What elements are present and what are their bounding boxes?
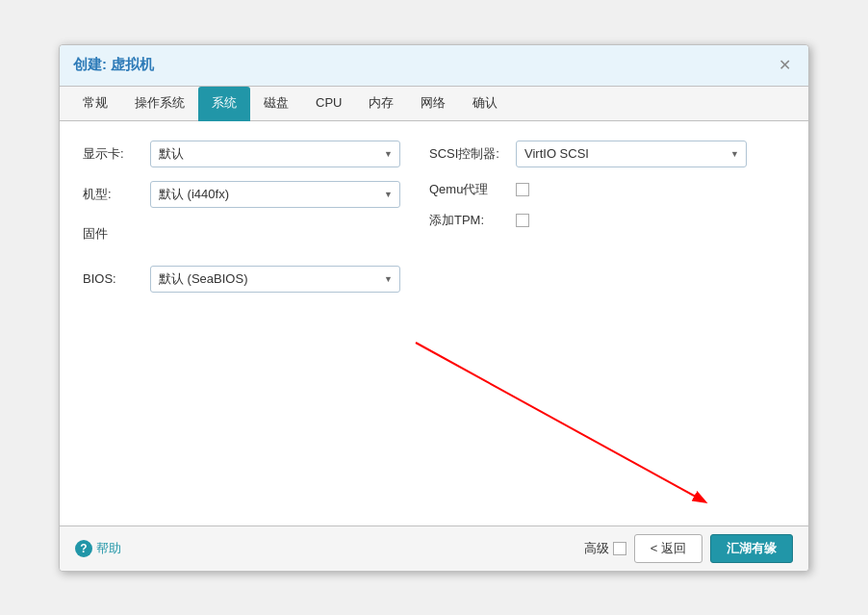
scsi-control: VirtIO SCSI bbox=[516, 141, 785, 167]
help-label: 帮助 bbox=[96, 540, 121, 557]
left-panel: 显示卡: 默认 机型: 默 bbox=[83, 141, 410, 306]
display-control: 默认 bbox=[150, 141, 400, 167]
scsi-row: SCSI控制器: VirtIO SCSI bbox=[429, 141, 785, 167]
back-button[interactable]: < 返回 bbox=[634, 534, 702, 563]
tab-disk[interactable]: 磁盘 bbox=[250, 87, 302, 121]
qemu-label: Qemu代理 bbox=[429, 181, 516, 198]
machine-select-wrapper: 默认 (i440fx) bbox=[150, 181, 400, 208]
tpm-row: 添加TPM: bbox=[429, 212, 785, 229]
tab-memory[interactable]: 内存 bbox=[355, 87, 407, 121]
tpm-label: 添加TPM: bbox=[429, 212, 516, 229]
display-label: 显示卡: bbox=[83, 145, 150, 163]
display-row: 显示卡: 默认 bbox=[83, 141, 410, 167]
tab-network[interactable]: 网络 bbox=[407, 87, 459, 121]
advanced-label: 高级 bbox=[584, 540, 609, 557]
dialog-body: 显示卡: 默认 机型: 默 bbox=[60, 121, 808, 525]
dialog-header: 创建: 虚拟机 ✕ bbox=[60, 45, 808, 87]
finish-label: 汇湖有缘 bbox=[727, 541, 777, 555]
svg-line-1 bbox=[416, 343, 704, 501]
back-label: < 返回 bbox=[651, 541, 686, 555]
help-button[interactable]: ? 帮助 bbox=[75, 540, 121, 557]
footer-right: 高级 < 返回 汇湖有缘 bbox=[584, 534, 793, 563]
close-button[interactable]: ✕ bbox=[774, 55, 795, 76]
tpm-control bbox=[516, 213, 785, 228]
display-select-wrapper: 默认 bbox=[150, 141, 400, 167]
dialog-footer: ? 帮助 高级 < 返回 汇湖有缘 bbox=[60, 525, 808, 571]
tab-cpu[interactable]: CPU bbox=[302, 87, 355, 121]
tpm-checkbox[interactable] bbox=[516, 214, 529, 227]
annotation-arrow bbox=[406, 314, 733, 525]
scsi-select-wrapper: VirtIO SCSI bbox=[516, 141, 747, 167]
machine-label: 机型: bbox=[83, 186, 150, 203]
footer-left: ? 帮助 bbox=[75, 540, 121, 557]
bios-select[interactable]: 默认 (SeaBIOS) bbox=[150, 266, 400, 293]
help-icon: ? bbox=[75, 540, 92, 557]
tab-bar: 常规 操作系统 系统 磁盘 CPU 内存 网络 确认 bbox=[60, 87, 808, 121]
tab-system[interactable]: 系统 bbox=[198, 87, 250, 121]
scsi-label: SCSI控制器: bbox=[429, 145, 516, 163]
dialog-title: 创建: 虚拟机 bbox=[73, 56, 154, 74]
right-panel: SCSI控制器: VirtIO SCSI Qemu代理 bbox=[429, 141, 785, 306]
tab-os[interactable]: 操作系统 bbox=[121, 87, 198, 121]
form-columns: 显示卡: 默认 机型: 默 bbox=[83, 141, 785, 306]
finish-button[interactable]: 汇湖有缘 bbox=[710, 534, 793, 563]
tab-confirm[interactable]: 确认 bbox=[459, 87, 511, 121]
bios-label: BIOS: bbox=[83, 271, 150, 286]
qemu-row: Qemu代理 bbox=[429, 181, 785, 198]
bios-control: 默认 (SeaBIOS) bbox=[150, 266, 400, 293]
firmware-section-label: 固件 bbox=[83, 225, 108, 243]
machine-control: 默认 (i440fx) bbox=[150, 181, 400, 208]
firmware-section-row: 固件 bbox=[83, 221, 410, 252]
qemu-checkbox[interactable] bbox=[516, 183, 529, 196]
machine-select[interactable]: 默认 (i440fx) bbox=[150, 181, 400, 208]
display-select[interactable]: 默认 bbox=[150, 141, 400, 167]
tab-general[interactable]: 常规 bbox=[69, 87, 121, 121]
advanced-checkbox[interactable] bbox=[613, 542, 626, 555]
scsi-select[interactable]: VirtIO SCSI bbox=[516, 141, 747, 167]
advanced-wrap: 高级 bbox=[584, 540, 626, 557]
bios-row: BIOS: 默认 (SeaBIOS) bbox=[83, 266, 410, 293]
close-icon: ✕ bbox=[779, 56, 791, 74]
bios-select-wrapper: 默认 (SeaBIOS) bbox=[150, 266, 400, 293]
machine-row: 机型: 默认 (i440fx) bbox=[83, 181, 410, 208]
create-vm-dialog: 创建: 虚拟机 ✕ 常规 操作系统 系统 磁盘 CPU 内存 网络 确认 显示卡… bbox=[59, 44, 809, 572]
qemu-control bbox=[516, 182, 785, 197]
